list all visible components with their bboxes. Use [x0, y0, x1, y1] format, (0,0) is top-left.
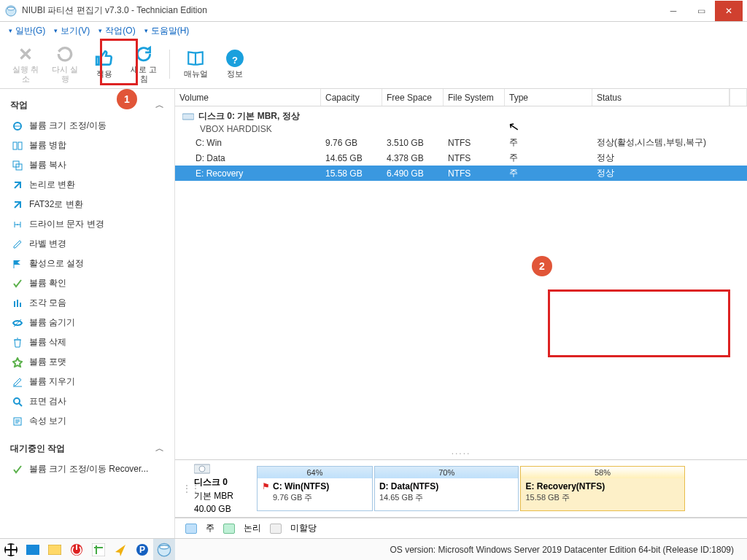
op-icon	[12, 258, 23, 270]
menu-view[interactable]: 보기(V)	[51, 23, 93, 39]
partition-label: C: Win(NTFS)	[273, 481, 329, 492]
maximize-button[interactable]: ▭	[687, 1, 715, 21]
sidebar-op-11[interactable]: 볼륨 삭제	[0, 332, 174, 352]
volume-row[interactable]: D: Data14.65 GB4.378 GBNTFS주정상	[175, 150, 747, 166]
sidebar-op-14[interactable]: 표면 검사	[0, 392, 174, 411]
sidebar: 작업 ︿ 볼륨 크기 조정/이동볼륨 병합볼륨 복사논리로 변환FAT32로 변…	[0, 89, 175, 538]
sidebar-op-12[interactable]: 볼륨 포맷	[0, 352, 174, 372]
manual-button[interactable]: 매뉴얼	[179, 43, 212, 85]
sidebar-op-3[interactable]: 논리로 변환	[0, 175, 174, 195]
taskbar-app3[interactable]: P	[131, 539, 153, 561]
svg-point-25	[160, 545, 169, 548]
sidebar-op-4[interactable]: FAT32로 변환	[0, 195, 174, 214]
sidebar-op-5[interactable]: 드라이브 문자 변경	[0, 214, 174, 234]
col-filesystem[interactable]: File System	[444, 89, 505, 106]
partition-box[interactable]: 64%⚑C: Win(NTFS)9.76 GB 주	[257, 466, 373, 511]
partition-box[interactable]: 58%E: Recovery(NTFS)15.58 GB 주	[520, 466, 684, 511]
op-icon	[12, 219, 23, 230]
legend: 주 논리 미할당	[175, 518, 747, 538]
menu-help[interactable]: 도움말(H)	[142, 23, 193, 39]
op-icon	[12, 278, 23, 289]
undo-button[interactable]: 실행 취소	[9, 43, 42, 85]
chevron-up-icon: ︿	[155, 99, 164, 112]
sidebar-op-9[interactable]: 조각 모음	[0, 293, 174, 313]
partition-sublabel: 15.58 GB 주	[525, 492, 605, 503]
svg-rect-6	[18, 142, 22, 149]
sidebar-op-8[interactable]: 볼륨 확인	[0, 273, 174, 293]
op-icon	[12, 199, 23, 211]
svg-rect-19	[48, 545, 61, 555]
sidebar-pending-header[interactable]: 대기중인 작업 ︿	[0, 438, 174, 459]
col-type[interactable]: Type	[505, 89, 592, 106]
op-icon	[12, 376, 23, 388]
map-grip[interactable]: ⋮⋮	[182, 466, 190, 511]
toolbar: 실행 취소 다시 실행 적용 새로 고침 매뉴얼 ? 정보	[0, 39, 747, 89]
close-button[interactable]: ✕	[715, 1, 743, 21]
op-icon	[12, 357, 23, 368]
start-button[interactable]	[0, 539, 22, 561]
disk0-model: VBOX HARDDISK	[182, 124, 272, 134]
svg-rect-11	[20, 303, 21, 307]
sidebar-op-6[interactable]: 라벨 변경	[0, 234, 174, 254]
svg-text:?: ?	[232, 55, 238, 66]
partition-box[interactable]: 70%D: Data(NTFS)14.65 GB 주	[374, 466, 519, 511]
volume-row[interactable]: E: Recovery15.58 GB6.490 GBNTFS주정상	[175, 166, 747, 181]
pending-label: 볼륨 크기 조정/이동 Recover...	[29, 463, 148, 475]
pending-op-0[interactable]: 볼륨 크기 조정/이동 Recover...	[0, 459, 174, 479]
sidebar-op-1[interactable]: 볼륨 병합	[0, 136, 174, 155]
sidebar-op-10[interactable]: 볼륨 숨기기	[0, 313, 174, 332]
window-title: NIUBI 파티션 편집기 v7.3.0 - Technician Editio…	[22, 4, 207, 17]
op-label: 볼륨 복사	[29, 159, 66, 171]
svg-rect-14	[182, 114, 194, 120]
svg-rect-18	[26, 545, 39, 555]
sidebar-op-15[interactable]: 속성 보기	[0, 411, 174, 431]
taskbar-app1[interactable]	[88, 539, 109, 561]
sidebar-op-13[interactable]: 볼륨 지우기	[0, 372, 174, 392]
col-status[interactable]: Status	[592, 89, 729, 106]
info-button[interactable]: ? 정보	[218, 43, 252, 85]
menu-bar: 일반(G) 보기(V) 작업(O) 도움말(H)	[0, 22, 747, 39]
col-capacity[interactable]: Capacity	[321, 89, 382, 106]
op-label: 볼륨 포맷	[29, 356, 66, 368]
chevron-up-icon: ︿	[155, 443, 164, 455]
redo-button[interactable]: 다시 실행	[48, 43, 82, 85]
title-bar: NIUBI 파티션 편집기 v7.3.0 - Technician Editio…	[0, 0, 747, 22]
op-label: 드라이브 문자 변경	[29, 218, 104, 230]
taskbar-explorer[interactable]	[44, 539, 66, 561]
taskbar-desktop[interactable]	[22, 539, 44, 561]
sidebar-op-2[interactable]: 볼륨 복사	[0, 155, 174, 175]
sidebar-ops-header[interactable]: 작업 ︿	[0, 95, 174, 116]
volume-row[interactable]: C: Win9.76 GB3.510 GBNTFS주정상(활성,시스템,부팅,복…	[175, 135, 747, 150]
op-icon	[12, 416, 23, 427]
taskbar-niubi[interactable]	[153, 539, 175, 561]
sidebar-op-0[interactable]: 볼륨 크기 조정/이동	[0, 116, 174, 136]
sidebar-op-7[interactable]: 활성으로 설정	[0, 254, 174, 273]
menu-general[interactable]: 일반(G)	[6, 23, 48, 39]
toolbar-divider	[169, 50, 170, 79]
svg-rect-9	[14, 301, 15, 307]
col-volume[interactable]: Volume	[175, 89, 321, 106]
op-label: 라벨 변경	[29, 238, 66, 250]
op-label: 볼륨 숨기기	[29, 316, 75, 329]
svg-point-16	[199, 466, 205, 472]
disk-map: ⋮⋮ 디스크 0 기본 MBR 40.00 GB 64%⚑C: Win(NTFS…	[175, 459, 747, 518]
legend-unalloc-swatch	[270, 524, 282, 534]
menu-actions[interactable]: 작업(O)	[96, 23, 138, 39]
col-free[interactable]: Free Space	[382, 89, 444, 106]
svg-rect-21	[92, 543, 105, 556]
flag-icon: ⚑	[262, 481, 270, 492]
op-icon	[12, 317, 23, 329]
refresh-button[interactable]: 새로 고침	[127, 43, 160, 85]
taskbar-app2[interactable]	[109, 539, 131, 561]
svg-rect-5	[13, 142, 17, 149]
partition-usage-bar: 58%	[521, 467, 684, 478]
taskbar-power[interactable]	[66, 539, 88, 561]
book-icon	[185, 49, 206, 68]
splitter[interactable]: .....	[175, 443, 747, 459]
op-icon	[12, 179, 23, 191]
minimize-button[interactable]: ─	[659, 1, 687, 21]
svg-point-12	[14, 398, 20, 404]
partition-usage-bar: 70%	[375, 467, 519, 478]
apply-button[interactable]: 적용	[88, 43, 121, 85]
legend-logical-swatch	[223, 524, 235, 534]
